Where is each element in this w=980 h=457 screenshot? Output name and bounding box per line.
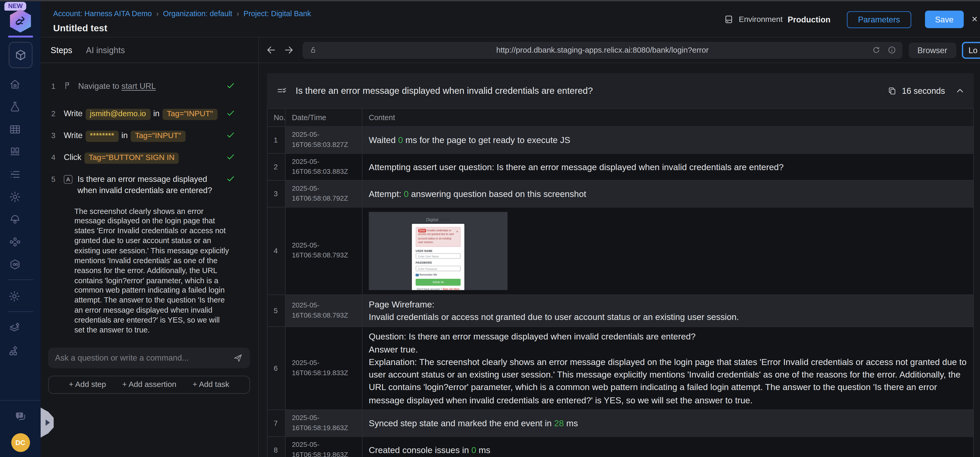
- row-number: 5: [267, 295, 285, 327]
- sidebar-nav: [8, 38, 32, 271]
- row-content: Attempt: 0 answering question based on t…: [362, 180, 973, 207]
- screenshot-thumbnail[interactable]: Digital Bank Error Invalid credentials o…: [369, 212, 508, 290]
- breadcrumb: Account: Harness AITA Demo›Organization:…: [53, 10, 311, 18]
- step-text: Click Tag="BUTTON" SIGN IN: [64, 152, 180, 164]
- main-panel: http://prod.dbank.staging-apps.relicx.ai…: [259, 38, 980, 457]
- check-icon: [226, 81, 236, 90]
- url-bar[interactable]: http://prod.dbank.staging-apps.relicx.ai…: [302, 42, 902, 59]
- sidebar-item-pipelines[interactable]: [8, 235, 21, 248]
- step-number: 3: [51, 130, 59, 141]
- step-text: Navigate to start URL: [78, 81, 156, 92]
- sidebar-item-test-grid[interactable]: [8, 123, 21, 135]
- play-triangle-icon: [46, 419, 50, 426]
- sidebar-item-module-selector[interactable]: [8, 42, 32, 68]
- question-text: Is there an error message displayed when…: [296, 86, 593, 96]
- step-tag-chip: Tag="INPUT": [162, 109, 217, 120]
- avatar[interactable]: DC: [11, 433, 30, 452]
- row-datetime: 2025-05-16T06:58:08.793Z: [285, 295, 362, 327]
- check-icon: [226, 108, 236, 118]
- sidebar-item-settings[interactable]: [8, 190, 21, 203]
- copy-icon[interactable]: [888, 86, 897, 96]
- log-row-6: 62025-05-16T06:58:19.833ZQuestion: Is th…: [267, 327, 974, 410]
- chevron-up-icon[interactable]: [956, 86, 964, 95]
- row-datetime: 2025-05-16T06:58:19.833Z: [285, 327, 362, 410]
- row-content: Waited 0 ms for the page to get ready to…: [362, 127, 973, 153]
- row-datetime: 2025-05-16T06:58:08.792Z: [285, 180, 362, 207]
- row-content: Question: Is there an error message disp…: [362, 327, 973, 410]
- breadcrumb-link[interactable]: Account: Harness AITA Demo: [53, 10, 152, 18]
- log-row-3: 32025-05-16T06:58:08.792ZAttempt: 0 answ…: [267, 180, 974, 207]
- row-number: 8: [267, 437, 285, 457]
- command-input[interactable]: [55, 353, 232, 362]
- info-icon[interactable]: [888, 46, 896, 54]
- add-task-button[interactable]: + Add task: [192, 380, 229, 389]
- browser-bar: http://prod.dbank.staging-apps.relicx.ai…: [259, 38, 980, 63]
- step-row-4[interactable]: 4Click Tag="BUTTON" SIGN IN: [51, 152, 236, 164]
- logs-tab-button[interactable]: Lo: [961, 42, 980, 59]
- environment-icon: [724, 14, 733, 24]
- row-content: Created console issues in 0 ms: [362, 437, 973, 457]
- step-row-5[interactable]: 5AIs there an error message displayed wh…: [51, 174, 236, 196]
- breadcrumb-link[interactable]: Organization: default: [163, 10, 232, 18]
- sidebar-item-checklist[interactable]: [8, 167, 21, 181]
- thumb-error-badge: Error: [418, 229, 426, 232]
- send-icon[interactable]: [232, 352, 243, 363]
- parameters-button[interactable]: Parameters: [847, 11, 912, 28]
- row-number: 2: [267, 153, 285, 180]
- row-datetime: 2025-05-16T06:58:19.863Z: [285, 410, 362, 437]
- step-tag-chip: Tag="BUTTON" SIGN IN: [84, 153, 179, 164]
- step-tag-chip: Tag="INPUT": [130, 131, 186, 142]
- steps-list: 1Navigate to start URL2Write jsmith@demo…: [41, 63, 258, 335]
- row-number: 3: [267, 180, 285, 207]
- sidebar-item-support-agent[interactable]: [8, 213, 21, 226]
- add-assertion-button[interactable]: + Add assertion: [122, 380, 177, 389]
- tab-steps[interactable]: Steps: [51, 45, 72, 55]
- sidebar-item-layers-settings[interactable]: [8, 321, 21, 334]
- sidebar-divider: [8, 311, 33, 312]
- column-header: Content: [362, 108, 973, 127]
- row-datetime: 2025-05-16T06:58:03.827Z: [285, 127, 362, 153]
- step-row-2[interactable]: 2Write jsmith@demo.io in Tag="INPUT": [51, 108, 236, 120]
- sidebar-item-project-settings[interactable]: [8, 290, 21, 303]
- window-edge: [0, 0, 980, 1]
- thumb-signup-row: Don't have account ? Sign Up Here: [415, 287, 461, 290]
- tab-ai-insights[interactable]: AI insights: [86, 45, 125, 55]
- thumb-alert-close-icon: ×: [456, 229, 458, 234]
- flag-icon: [64, 81, 73, 90]
- close-icon[interactable]: ×: [972, 14, 977, 25]
- command-box: [48, 347, 250, 368]
- sidebar-item-home[interactable]: [8, 78, 21, 91]
- log-table: No.Date/TimeContent 12025-05-16T06:58:03…: [267, 108, 974, 457]
- column-header: Date/Time: [285, 108, 362, 127]
- log-row-1: 12025-05-16T06:58:03.827ZWaited 0 ms for…: [267, 127, 974, 153]
- sidebar-item-org-settings[interactable]: [8, 344, 21, 357]
- thumb-remember-row: ✓ Remember Me: [415, 273, 461, 276]
- thumb-signin-button: SIGN IN: [415, 279, 461, 285]
- environment-label: Environment: [739, 15, 783, 24]
- forward-icon[interactable]: [283, 44, 294, 56]
- environment-value[interactable]: Production: [788, 14, 831, 24]
- sidebar-item-experiments[interactable]: [8, 100, 21, 113]
- sidebar-item-harness-ci[interactable]: [8, 258, 21, 271]
- breadcrumb-link[interactable]: Project: Digital Bank: [243, 10, 311, 18]
- browser-tab-button[interactable]: Browser: [908, 42, 956, 58]
- add-actions: + Add step+ Add assertion+ Add task: [48, 376, 250, 394]
- add-step-button[interactable]: + Add step: [69, 380, 106, 389]
- row-datetime: 2025-05-16T06:58:03.883Z: [285, 153, 362, 180]
- step-text: Write ******** in Tag="INPUT": [64, 130, 186, 142]
- step-text: Write jsmith@demo.io in Tag="INPUT": [64, 108, 218, 120]
- question-header[interactable]: Is there an error message displayed when…: [267, 73, 974, 108]
- step-row-1[interactable]: 1Navigate to start URL: [51, 81, 236, 92]
- save-button[interactable]: Save: [925, 11, 964, 28]
- row-content: Digital Bank Error Invalid credentials o…: [362, 207, 973, 295]
- reload-icon[interactable]: [872, 46, 881, 54]
- harness-logo-icon[interactable]: [10, 10, 31, 33]
- active-module-indicator: [8, 36, 33, 38]
- row-number: 4: [267, 207, 285, 295]
- sidebar-item-components[interactable]: [8, 145, 21, 158]
- step-row-3[interactable]: 3Write ******** in Tag="INPUT": [51, 130, 236, 142]
- step-number: 5: [51, 174, 59, 185]
- row-content: Attempting assert user question: Is ther…: [362, 153, 973, 180]
- back-icon[interactable]: [266, 44, 277, 56]
- help-chat-icon[interactable]: ?: [14, 409, 27, 422]
